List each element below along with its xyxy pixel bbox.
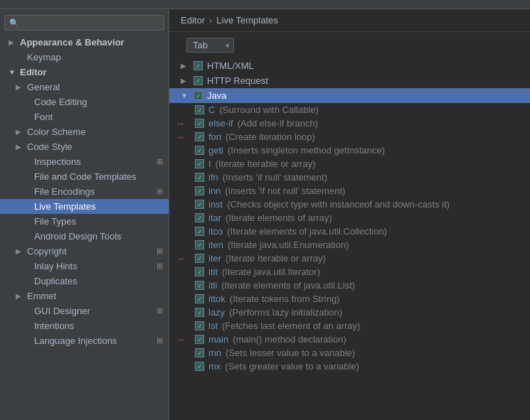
sidebar-item-file-encodings[interactable]: File Encodings⊞ bbox=[0, 184, 169, 199]
template-item-itco[interactable]: ✓itco(Iterate elements of java.util.Coll… bbox=[169, 225, 530, 238]
item-checkbox[interactable]: ✓ bbox=[195, 281, 204, 290]
item-checkbox[interactable]: ✓ bbox=[195, 119, 204, 128]
group-checkbox[interactable]: ✓ bbox=[194, 61, 203, 70]
template-keyword: C bbox=[208, 104, 215, 115]
sidebar-item-label: Editor bbox=[20, 67, 47, 77]
sidebar-item-icon: ⊞ bbox=[157, 262, 163, 271]
sidebar-item-editor[interactable]: ▼Editor bbox=[0, 65, 169, 80]
item-checkbox[interactable]: ✓ bbox=[195, 213, 204, 222]
sidebar-item-code-editing[interactable]: Code Editing bbox=[0, 95, 169, 109]
template-list: ▶✓HTML/XML▶✓HTTP Request▼✓Java✓C(Surroun… bbox=[169, 58, 530, 420]
arrow-icon: ▶ bbox=[16, 128, 24, 136]
template-item-geti[interactable]: ✓geti(Inserts singleton method getInstan… bbox=[169, 144, 530, 157]
template-keyword: mx bbox=[208, 361, 221, 372]
template-item-fori[interactable]: →✓fori(Create iteration loop) bbox=[169, 130, 530, 144]
template-item-itar[interactable]: ✓itar(Iterate elements of array) bbox=[169, 211, 530, 225]
template-item-ittok[interactable]: ✓ittok(Iterate tokens from String) bbox=[169, 292, 530, 306]
item-checkbox[interactable]: ✓ bbox=[195, 362, 204, 371]
template-item-itit[interactable]: ✓itit(Iterate java.util.Iterator) bbox=[169, 265, 530, 279]
template-item-i[interactable]: ✓I(Iterate Iterable or array) bbox=[169, 157, 530, 171]
template-item-c[interactable]: ✓C(Surround with Callable) bbox=[169, 103, 530, 117]
template-item-main[interactable]: →✓main(main() method declaration) bbox=[169, 333, 530, 346]
template-desc: (Sets greater value to a variable) bbox=[225, 361, 359, 372]
sidebar-item-label: Appearance & Behavior bbox=[20, 37, 124, 48]
sidebar-item-file-types[interactable]: File Types bbox=[0, 214, 169, 229]
expand-with-dropdown[interactable]: Tab Enter Space bbox=[186, 38, 234, 53]
item-checkbox[interactable]: ✓ bbox=[195, 146, 204, 155]
item-checkbox[interactable]: ✓ bbox=[195, 173, 204, 182]
group-checkbox[interactable]: ✓ bbox=[194, 76, 203, 85]
arrow-indicator-icon: → bbox=[176, 132, 185, 142]
sidebar-item-label: Language Injections bbox=[34, 335, 117, 346]
search-box[interactable]: 🔍 bbox=[4, 15, 164, 31]
template-item-ifn[interactable]: ✓ifn(Inserts 'if null' statement) bbox=[169, 171, 530, 184]
sidebar-item-icon: ⊞ bbox=[157, 306, 163, 316]
template-keyword: else-if bbox=[208, 118, 233, 129]
template-group-header-http-request[interactable]: ▶✓HTTP Request bbox=[169, 73, 530, 88]
template-keyword: inst bbox=[208, 199, 223, 210]
item-checkbox[interactable]: ✓ bbox=[195, 267, 204, 276]
group-checkbox[interactable]: ✓ bbox=[194, 91, 203, 100]
sidebar-item-duplicates[interactable]: Duplicates bbox=[0, 274, 169, 289]
template-item-mx[interactable]: ✓mx(Sets greater value to a variable) bbox=[169, 360, 530, 373]
item-checkbox[interactable]: ✓ bbox=[195, 200, 204, 209]
sidebar-item-gui-designer[interactable]: GUI Designer⊞ bbox=[0, 303, 169, 318]
template-item-mn[interactable]: ✓mn(Sets lesser value to a variable) bbox=[169, 346, 530, 360]
template-group-header-java[interactable]: ▼✓Java bbox=[169, 88, 530, 103]
sidebar-item-label: File and Code Templates bbox=[34, 171, 137, 182]
sidebar-item-general[interactable]: ▶General bbox=[0, 80, 169, 95]
sidebar-item-keymap[interactable]: Keymap bbox=[0, 50, 169, 65]
item-checkbox[interactable]: ✓ bbox=[195, 321, 204, 330]
template-desc: (Iterate java.util.Enumeration) bbox=[228, 239, 349, 250]
template-item-itli[interactable]: ✓itli(Iterate elements of java.util.List… bbox=[169, 279, 530, 292]
search-input[interactable] bbox=[22, 18, 159, 28]
template-desc: (Iterate tokens from String) bbox=[230, 294, 340, 304]
template-group-header-html-xml[interactable]: ▶✓HTML/XML bbox=[169, 58, 530, 73]
sidebar-item-emmet[interactable]: ▶Emmet bbox=[0, 289, 169, 303]
template-item-iter[interactable]: →✓iter(Iterate Iterable or array) bbox=[169, 252, 530, 265]
item-checkbox[interactable]: ✓ bbox=[195, 308, 204, 317]
sidebar-item-label: Emmet bbox=[27, 291, 56, 301]
sidebar-item-live-templates[interactable]: Live Templates bbox=[0, 199, 169, 214]
sidebar-item-language-injections[interactable]: Language Injections⊞ bbox=[0, 333, 169, 348]
template-item-inst[interactable]: ✓inst(Checks object type with instanceof… bbox=[169, 198, 530, 211]
template-keyword: lst bbox=[208, 321, 218, 331]
sidebar-item-inspections[interactable]: Inspections⊞ bbox=[0, 154, 169, 169]
item-checkbox[interactable]: ✓ bbox=[195, 335, 204, 344]
sidebar-item-appearance[interactable]: ▶Appearance & Behavior bbox=[0, 35, 169, 50]
sidebar-item-label: File Encodings bbox=[34, 186, 95, 197]
item-checkbox[interactable]: ✓ bbox=[195, 294, 204, 303]
template-item-inn[interactable]: ✓inn(Inserts 'if not null' statement) bbox=[169, 184, 530, 198]
sidebar-item-file-code-templates[interactable]: File and Code Templates bbox=[0, 169, 169, 184]
item-checkbox[interactable]: ✓ bbox=[195, 186, 204, 195]
item-checkbox[interactable]: ✓ bbox=[195, 105, 204, 114]
sidebar-item-copyright[interactable]: ▶Copyright⊞ bbox=[0, 244, 169, 259]
sidebar-item-label: Inlay Hints bbox=[34, 261, 78, 271]
group-name-label: Java bbox=[207, 90, 226, 101]
template-keyword: iten bbox=[208, 239, 223, 250]
item-checkbox[interactable]: ✓ bbox=[195, 348, 204, 357]
sidebar-item-android-design-tools[interactable]: Android Design Tools bbox=[0, 229, 169, 244]
dropdown-wrap[interactable]: Tab Enter Space bbox=[186, 38, 234, 53]
sidebar-item-font[interactable]: Font bbox=[0, 109, 169, 124]
sidebar-item-intentions[interactable]: Intentions bbox=[0, 318, 169, 333]
sidebar-item-code-style[interactable]: ▶Code Style bbox=[0, 139, 169, 154]
sidebar-item-inlay-hints[interactable]: Inlay Hints⊞ bbox=[0, 259, 169, 274]
item-checkbox[interactable]: ✓ bbox=[195, 227, 204, 236]
item-checkbox[interactable]: ✓ bbox=[195, 132, 204, 141]
template-item-lazy[interactable]: ✓lazy(Performs lazy initialization) bbox=[169, 306, 530, 319]
item-checkbox[interactable]: ✓ bbox=[195, 254, 204, 263]
template-item-iten[interactable]: ✓iten(Iterate java.util.Enumeration) bbox=[169, 238, 530, 252]
item-checkbox[interactable]: ✓ bbox=[195, 159, 204, 168]
template-item-lst[interactable]: ✓lst(Fetches last element of an array) bbox=[169, 319, 530, 333]
template-item-else-if[interactable]: →✓else-if(Add else-if branch) bbox=[169, 117, 530, 130]
content-panel: Editor › Live Templates Tab Enter Space … bbox=[169, 9, 530, 420]
item-checkbox[interactable]: ✓ bbox=[195, 240, 204, 249]
template-desc: (Checks object type with instanceof and … bbox=[227, 199, 450, 210]
sidebar-item-label: Copyright bbox=[27, 246, 67, 257]
sidebar-items-container: ▶Appearance & BehaviorKeymap▼Editor▶Gene… bbox=[0, 35, 169, 348]
sidebar-item-color-scheme[interactable]: ▶Color Scheme bbox=[0, 124, 169, 139]
template-desc: (Iterate elements of array) bbox=[226, 212, 332, 223]
template-keyword: geti bbox=[208, 145, 223, 156]
template-desc: (Add else-if branch) bbox=[238, 118, 318, 129]
